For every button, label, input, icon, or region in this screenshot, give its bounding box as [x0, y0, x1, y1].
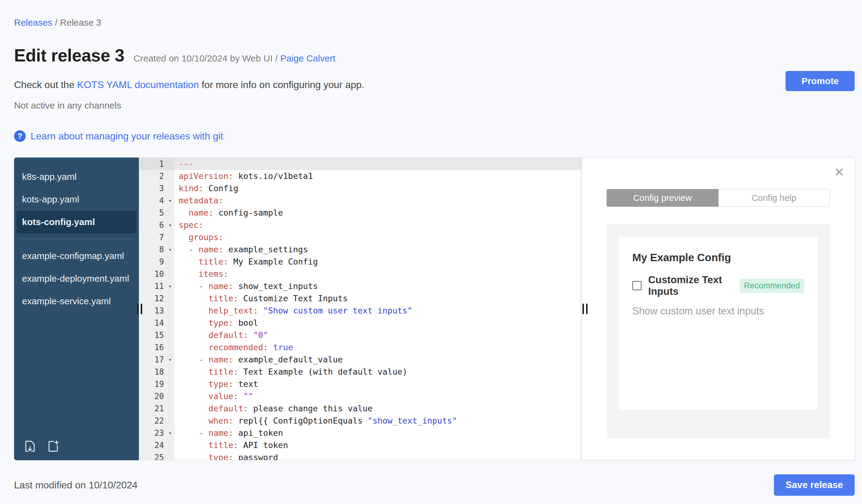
git-releases-link[interactable]: Learn about managing your releases with … [30, 131, 223, 142]
code-line[interactable]: default: please change this value [174, 402, 581, 415]
breadcrumb-separator: / [55, 17, 57, 27]
pane-resize-handle-left[interactable] [137, 304, 142, 314]
file-tree-bottom: example-configmap.yamlexample-deployment… [14, 245, 139, 313]
page-title: Edit release 3 [14, 45, 125, 65]
line-number[interactable]: 19 [139, 378, 174, 390]
close-icon[interactable]: × [835, 164, 844, 180]
tab-config-help[interactable]: Config help [719, 189, 830, 207]
line-number[interactable]: 18 [139, 366, 174, 378]
fold-spacer [166, 451, 174, 460]
code-line[interactable]: title: API token [174, 439, 581, 451]
code-line[interactable]: - name: example_settings [174, 243, 581, 256]
file-tree-item-kots-app-yaml[interactable]: kots-app.yaml [14, 188, 139, 211]
fold-spacer [166, 305, 174, 317]
code-line[interactable]: metadata: [174, 195, 581, 207]
upload-file-icon[interactable] [23, 439, 37, 453]
fold-spacer [166, 292, 174, 305]
line-number[interactable]: 9 [139, 256, 174, 268]
code-line[interactable]: type: password [174, 451, 581, 460]
line-number[interactable]: 11▾ [139, 280, 174, 292]
file-tree-item-kots-config-yaml[interactable]: kots-config.yaml [16, 211, 136, 233]
fold-arrow-icon[interactable]: ▾ [166, 280, 174, 292]
code-line[interactable]: title: Text Example (with default value) [174, 366, 581, 378]
release-editor-page: Releases / Release 3 Edit release 3 Crea… [0, 0, 862, 504]
line-number[interactable]: 4▾ [139, 195, 174, 207]
code-editor[interactable]: 1234▾56▾78▾91011▾121314151617▾1819202122… [139, 158, 581, 460]
code-line[interactable]: default: "0" [174, 329, 581, 341]
fold-arrow-icon[interactable]: ▾ [166, 427, 174, 439]
code-line[interactable]: - name: api_token [174, 427, 581, 439]
git-help-row: ? Learn about managing your releases wit… [14, 129, 855, 143]
line-number[interactable]: 17▾ [139, 354, 174, 366]
line-number[interactable]: 5 [139, 207, 174, 219]
fold-arrow-icon[interactable]: ▾ [166, 354, 174, 366]
channel-status: Not active in any channels [14, 100, 855, 111]
tab-config-preview[interactable]: Config preview [606, 189, 719, 207]
fold-spacer [166, 207, 174, 219]
created-text: Created on 10/10/2024 by Web UI / [134, 53, 278, 63]
fold-spacer [166, 158, 174, 170]
line-number[interactable]: 21 [139, 402, 174, 415]
fold-spacer [166, 182, 174, 195]
line-number[interactable]: 10 [139, 268, 174, 280]
line-number[interactable]: 8▾ [139, 243, 174, 256]
fold-arrow-icon[interactable]: ▾ [166, 195, 174, 207]
promote-button[interactable]: Promote [785, 71, 855, 91]
code-line[interactable]: when: repl{{ ConfigOptionEquals "show_te… [174, 415, 581, 427]
code-line[interactable]: - name: example_default_value [174, 354, 581, 366]
code-line[interactable]: help_text: "Show custom user text inputs… [174, 305, 581, 317]
line-number[interactable]: 13 [139, 305, 174, 317]
author-link[interactable]: Paige Calvert [280, 53, 335, 63]
code-line[interactable]: apiVersion: kots.io/v1beta1 [174, 170, 581, 182]
fold-spacer [166, 402, 174, 415]
line-number[interactable]: 22 [139, 415, 174, 427]
code-line[interactable]: type: text [174, 378, 581, 390]
docs-info: Check out the KOTS YAML documentation fo… [14, 79, 855, 91]
customize-text-inputs-checkbox[interactable] [632, 281, 641, 290]
file-tree-item-example-service-yaml[interactable]: example-service.yaml [14, 290, 139, 313]
line-number[interactable]: 1 [139, 158, 174, 170]
line-number[interactable]: 20 [139, 390, 174, 402]
kots-yaml-docs-link[interactable]: KOTS YAML documentation [77, 79, 199, 90]
code-line[interactable]: --- [174, 158, 581, 170]
code-line[interactable]: name: config-sample [174, 207, 581, 219]
line-number[interactable]: 7 [139, 231, 174, 243]
last-modified: Last modified on 10/10/2024 [14, 479, 138, 491]
line-number[interactable]: 23▾ [139, 427, 174, 439]
code-line[interactable]: recommended: true [174, 341, 581, 354]
help-icon: ? [14, 130, 26, 142]
fold-arrow-icon[interactable]: ▾ [166, 243, 174, 256]
new-file-icon[interactable] [47, 439, 60, 453]
code-line[interactable]: title: Customize Text Inputs [174, 292, 581, 305]
code-line[interactable]: type: bool [174, 317, 581, 329]
config-preview-panel: × Config previewConfig help My Example C… [581, 158, 855, 460]
fold-spacer [166, 268, 174, 280]
line-number[interactable]: 2 [139, 170, 174, 182]
code-line[interactable]: title: My Example Config [174, 256, 581, 268]
breadcrumb: Releases / Release 3 [14, 17, 855, 28]
line-number[interactable]: 6▾ [139, 219, 174, 231]
fold-spacer [166, 170, 174, 182]
line-number[interactable]: 15 [139, 329, 174, 341]
fold-arrow-icon[interactable]: ▾ [166, 219, 174, 231]
line-number[interactable]: 14 [139, 317, 174, 329]
pane-resize-handle-right[interactable] [583, 304, 588, 314]
file-tree-item-example-configmap-yaml[interactable]: example-configmap.yaml [14, 245, 139, 267]
file-tree-item-k8s-app-yaml[interactable]: k8s-app.yaml [14, 165, 139, 188]
editor-code: ---apiVersion: kots.io/v1beta1kind: Conf… [174, 158, 581, 460]
code-line[interactable]: groups: [174, 231, 581, 243]
line-number[interactable]: 16 [139, 341, 174, 354]
line-number[interactable]: 25 [139, 451, 174, 460]
file-tree-item-example-deployment-yaml[interactable]: example-deployment.yaml [14, 267, 139, 290]
fold-spacer [166, 378, 174, 390]
save-release-button[interactable]: Save release [774, 474, 855, 496]
line-number[interactable]: 12 [139, 292, 174, 305]
line-number[interactable]: 24 [139, 439, 174, 451]
code-line[interactable]: - name: show_text_inputs [174, 280, 581, 292]
code-line[interactable]: spec: [174, 219, 581, 231]
code-line[interactable]: kind: Config [174, 182, 581, 195]
breadcrumb-releases-link[interactable]: Releases [14, 17, 52, 27]
code-line[interactable]: items: [174, 268, 581, 280]
line-number[interactable]: 3 [139, 182, 174, 195]
code-line[interactable]: value: "" [174, 390, 581, 402]
